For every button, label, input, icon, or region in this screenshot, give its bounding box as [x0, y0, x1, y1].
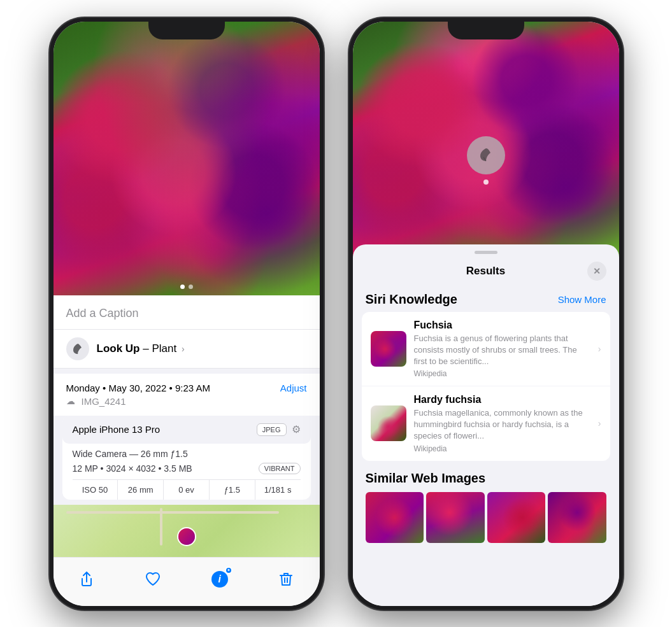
page-indicator — [180, 285, 193, 289]
heart-icon — [145, 572, 161, 586]
filename-row: ☁ IMG_4241 — [66, 396, 307, 407]
device-header: Apple iPhone 13 Pro JPEG ⚙ — [62, 416, 311, 444]
leaf-icon — [71, 342, 84, 355]
siri-dot — [483, 180, 489, 185]
exif-row: ISO 50 26 mm 0 ev ƒ1.5 1/181 s — [73, 479, 301, 500]
fuchsia-item[interactable]: Fuchsia Fuchsia is a genus of flowering … — [362, 312, 610, 387]
fuchsia-chevron: › — [598, 344, 601, 354]
adjust-button[interactable]: Adjust — [280, 383, 307, 393]
lens-text: Wide Camera — 26 mm ƒ1.5 — [73, 449, 188, 459]
similar-section: Similar Web Images — [353, 463, 619, 548]
dot-1 — [180, 285, 185, 289]
similar-images — [366, 492, 606, 543]
fuchsia-thumb-bg — [371, 331, 406, 367]
show-more-button[interactable]: Show More — [558, 294, 606, 305]
hardy-fuchsia-item[interactable]: Hardy fuchsia Fuchsia magellanica, commo… — [362, 386, 610, 461]
results-title: Results — [385, 265, 587, 278]
fuchsia-name: Fuchsia — [414, 320, 590, 331]
lookup-row[interactable]: Look Up – Plant › — [54, 330, 320, 369]
results-sheet: Results ✕ Siri Knowledge Show More — [353, 244, 619, 606]
caption-placeholder[interactable]: Add a Caption — [66, 307, 139, 320]
close-button[interactable]: ✕ — [587, 262, 606, 281]
sparkle-badge: ✦ — [225, 567, 232, 574]
filename: IMG_4241 — [82, 396, 126, 407]
exif-ev: 0 ev — [164, 480, 210, 500]
similar-image-3[interactable] — [487, 492, 546, 543]
similar-image-2[interactable] — [426, 492, 485, 543]
flower-stems — [54, 22, 320, 295]
knowledge-card: Fuchsia Fuchsia is a genus of flowering … — [362, 312, 610, 461]
mp-text: 12 MP • 3024 × 4032 • 3.5 MB — [73, 463, 192, 474]
lookup-text: Look Up – Plant › — [97, 342, 185, 355]
fuchsia-source: Wikipedia — [414, 369, 590, 378]
lookup-chevron: › — [179, 344, 185, 354]
map-flower-mini — [178, 528, 195, 545]
hardy-name: Hardy fuchsia — [414, 394, 590, 405]
notch-right — [448, 18, 524, 39]
date-row: Monday • May 30, 2022 • 9:23 AM Adjust — [66, 383, 307, 393]
left-screen: Add a Caption Look Up – Plant › Monday •… — [54, 22, 320, 606]
similar-image-1[interactable] — [366, 492, 424, 543]
info-section: Monday • May 30, 2022 • 9:23 AM Adjust ☁… — [54, 374, 320, 416]
similar-image-4[interactable] — [548, 492, 606, 543]
date-text: Monday • May 30, 2022 • 9:23 AM — [66, 383, 210, 393]
map-road-v — [160, 508, 162, 546]
similar-title: Similar Web Images — [366, 471, 606, 486]
results-header: Results ✕ — [353, 254, 619, 287]
map-pin — [177, 527, 196, 546]
info-circle: i — [211, 571, 228, 588]
hardy-thumb-bg — [371, 405, 406, 441]
exif-aperture: ƒ1.5 — [210, 480, 255, 500]
share-button[interactable] — [73, 565, 101, 593]
sparkle-symbol: ✦ — [227, 568, 231, 573]
exif-shutter: 1/181 s — [255, 480, 301, 500]
siri-knowledge-title: Siri Knowledge — [366, 292, 457, 307]
lookup-dash: – — [140, 342, 152, 355]
cloud-icon: ☁ — [66, 396, 75, 406]
format-badge: JPEG — [257, 423, 287, 436]
exif-mm: 26 mm — [118, 480, 164, 500]
right-phone: Results ✕ Siri Knowledge Show More — [349, 18, 623, 610]
photo-area[interactable] — [54, 22, 320, 295]
share-icon — [80, 572, 94, 587]
lens-row: Wide Camera — 26 mm ƒ1.5 — [62, 444, 311, 461]
trash-button[interactable] — [272, 565, 300, 593]
hardy-chevron: › — [598, 418, 601, 428]
left-phone: Add a Caption Look Up – Plant › Monday •… — [50, 18, 324, 610]
dot-2 — [189, 285, 193, 289]
hardy-desc: Fuchsia magellanica, commonly known as t… — [414, 407, 590, 442]
vibrant-badge: VIBRANT — [259, 463, 301, 474]
fuchsia-text: Fuchsia Fuchsia is a genus of flowering … — [414, 320, 590, 379]
mp-row: 12 MP • 3024 × 4032 • 3.5 MB VIBRANT — [62, 461, 311, 479]
device-name: Apple iPhone 13 Pro — [73, 424, 161, 435]
hardy-text: Hardy fuchsia Fuchsia magellanica, commo… — [414, 394, 590, 453]
info-button[interactable]: i ✦ — [206, 565, 234, 593]
siri-leaf-icon — [477, 146, 495, 164]
hardy-source: Wikipedia — [414, 444, 590, 453]
photo-area-right[interactable] — [353, 22, 619, 257]
fuchsia-thumbnail — [371, 331, 406, 367]
badges: JPEG ⚙ — [257, 423, 301, 436]
lookup-icon-circle — [66, 337, 89, 360]
exif-iso: ISO 50 — [73, 480, 118, 500]
siri-button[interactable] — [467, 136, 505, 174]
device-card: Apple iPhone 13 Pro JPEG ⚙ Wide Camera —… — [62, 416, 311, 500]
gear-icon: ⚙ — [292, 423, 301, 435]
caption-area[interactable]: Add a Caption — [54, 295, 320, 330]
siri-knowledge-header: Siri Knowledge Show More — [353, 287, 619, 312]
toolbar: i ✦ — [54, 557, 320, 606]
notch — [148, 18, 225, 39]
right-screen: Results ✕ Siri Knowledge Show More — [353, 22, 619, 606]
hardy-thumbnail — [371, 405, 406, 441]
heart-button[interactable] — [139, 565, 167, 593]
fuchsia-desc: Fuchsia is a genus of flowering plants t… — [414, 333, 590, 368]
map-road-h — [66, 511, 279, 514]
trash-icon — [279, 572, 293, 587]
map-area[interactable] — [54, 505, 320, 559]
